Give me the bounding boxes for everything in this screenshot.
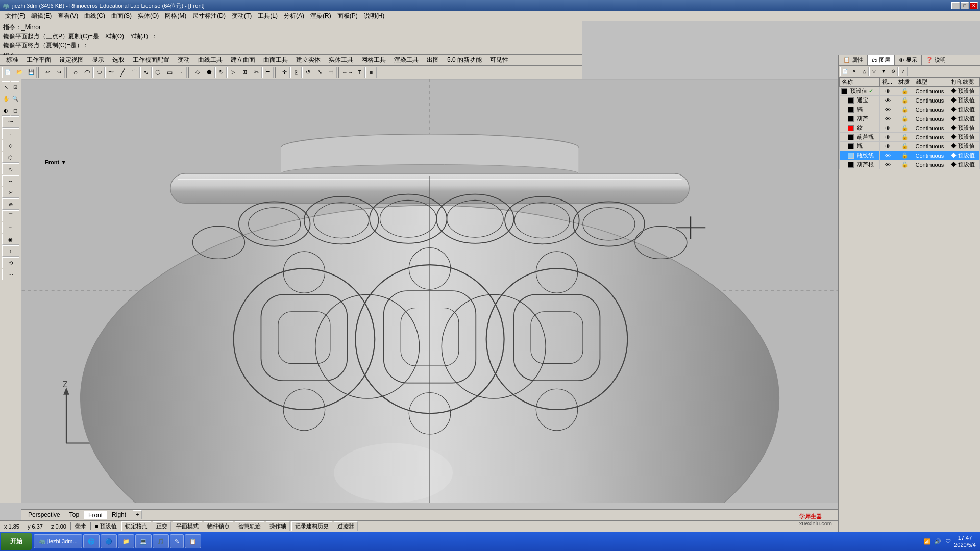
delete-layer-button[interactable]: ✕	[850, 67, 859, 76]
fillet-icon[interactable]: ⌒	[2, 210, 19, 221]
layer-vis-ping[interactable]: 👁	[879, 142, 896, 151]
maximize-button[interactable]: □	[961, 2, 969, 9]
tab-curve-tools[interactable]: 曲线工具	[194, 55, 227, 65]
tab-top[interactable]: Top	[65, 510, 84, 519]
tab-perspective[interactable]: Perspective	[23, 510, 65, 519]
layer-vis-hulupingwei[interactable]: 👁	[879, 133, 896, 142]
filter-button[interactable]: 过滤器	[334, 521, 358, 531]
layer-icon[interactable]: ≡	[2, 222, 19, 233]
tab-solid-tools[interactable]: 实体工具	[325, 55, 357, 65]
layer-row-hulu[interactable]: 葫芦 👁 🔒 Continuous ◆ 预设值	[840, 114, 980, 123]
layer-mat-tongbao[interactable]: 🔒	[896, 96, 914, 105]
undo-icon[interactable]: ↩	[42, 67, 53, 78]
tray-security[interactable]: 🛡	[944, 537, 952, 545]
menu-analysis[interactable]: 分析(A)	[281, 11, 307, 21]
tab-render-tools[interactable]: 渲染工具	[390, 55, 423, 65]
surface-icon[interactable]: ◇	[192, 67, 203, 78]
text-icon[interactable]: T	[354, 67, 365, 78]
surface-draw-icon[interactable]: ◇	[2, 140, 19, 151]
layer-row-hulupingwei[interactable]: 葫芦瓶 👁 🔒 Continuous ◆ 预设值	[840, 133, 980, 142]
menu-file[interactable]: 文件(F)	[2, 11, 28, 21]
move-icon[interactable]: ✛	[279, 67, 290, 78]
tray-network[interactable]: 📶	[923, 537, 932, 545]
polyline-icon[interactable]: ⌒	[129, 67, 140, 78]
solid-draw-icon[interactable]: ⬡	[2, 152, 19, 163]
layer-mat-zhuo[interactable]: 🔒	[896, 105, 914, 114]
layer-row-zhuo[interactable]: 镯 👁 🔒 Continuous ◆ 预设值	[840, 105, 980, 114]
dim-icon-left[interactable]: ↕	[2, 245, 19, 257]
tab-display-panel[interactable]: 👁 显示	[895, 55, 922, 65]
revolve-icon[interactable]: ↻	[215, 67, 227, 78]
tab-transform[interactable]: 变动	[174, 55, 194, 65]
minimize-button[interactable]: —	[951, 2, 960, 9]
taskbar-rhino[interactable]: 🦏 jiezhi.3dm...	[34, 534, 82, 548]
menu-render[interactable]: 渲染(R)	[307, 11, 334, 21]
line-icon[interactable]: ╱	[117, 67, 128, 78]
ellipse-icon[interactable]: ⬭	[93, 67, 105, 78]
layer-vis-default[interactable]: 👁	[879, 87, 896, 96]
hatch-icon[interactable]: ≡	[365, 67, 377, 78]
pan-icon[interactable]: ✋	[2, 93, 10, 104]
layer-row-default[interactable]: 预设值 ✓ 👁 🔒 Continuous ◆ 预设值	[840, 87, 980, 96]
start-button[interactable]: 开始	[1, 533, 32, 550]
trim-icon-left[interactable]: ✂	[2, 187, 19, 198]
help-layer-button[interactable]: ?	[898, 67, 908, 76]
curve-draw-icon[interactable]: 〜	[2, 116, 19, 128]
tab-build-solid[interactable]: 建立实体	[292, 55, 325, 65]
layer-mat-hulu[interactable]: 🔒	[896, 114, 914, 123]
layer-row-ping[interactable]: 瓶 👁 🔒 Continuous ◆ 预设值	[840, 142, 980, 151]
scale-icon[interactable]: ⤡	[314, 67, 325, 78]
curve-icon[interactable]: 〜	[105, 67, 116, 78]
tab-display[interactable]: 显示	[88, 55, 108, 65]
tab-layers[interactable]: 🗂 图层	[868, 55, 895, 65]
menu-curve[interactable]: 曲线(C)	[81, 11, 108, 21]
trim-icon[interactable]: ✂	[251, 67, 262, 78]
menu-help[interactable]: 说明(H)	[361, 11, 388, 21]
options-button[interactable]: ⚙	[889, 67, 898, 76]
add-viewport-button[interactable]: +	[133, 510, 142, 519]
new-file-icon[interactable]: 📄	[2, 67, 13, 78]
rotate-icon[interactable]: ↺	[302, 67, 313, 78]
object-snap-button[interactable]: 物件锁点	[204, 521, 233, 531]
shade-icon[interactable]: ◐	[2, 105, 10, 116]
tab-viewport-cfg[interactable]: 工作视面配置	[129, 55, 174, 65]
tab-properties[interactable]: 📋 属性	[839, 55, 868, 65]
layer-row-pingwenxian[interactable]: 瓶纹线 👁 🔒 Continuous ◆ 预设值	[840, 151, 980, 160]
menu-panel[interactable]: 面板(P)	[334, 11, 361, 21]
select-icon[interactable]: ↖	[2, 81, 10, 92]
tab-surface-tools[interactable]: 曲面工具	[259, 55, 292, 65]
render-icon[interactable]: ◉	[2, 234, 19, 245]
history-icon[interactable]: ⟲	[2, 257, 19, 268]
taskbar-media[interactable]: 🎵	[153, 534, 169, 548]
layer-mat-hulupingwei[interactable]: 🔒	[896, 133, 914, 142]
layer-vis-zhuo[interactable]: 👁	[879, 105, 896, 114]
split-icon[interactable]: ⊢	[262, 67, 274, 78]
tab-print[interactable]: 出图	[423, 55, 443, 65]
plane-mode-button[interactable]: 平面模式	[173, 521, 202, 531]
circle-icon[interactable]: ○	[70, 67, 81, 78]
polygon-icon[interactable]: ⬡	[152, 67, 163, 78]
open-file-icon[interactable]: 📂	[14, 67, 25, 78]
tab-visibility[interactable]: 可见性	[486, 55, 512, 65]
move-down-button[interactable]: ▽	[869, 67, 878, 76]
tab-setview[interactable]: 设定视图	[55, 55, 88, 65]
gumball-button[interactable]: 操作轴	[266, 521, 290, 531]
taskbar-ie[interactable]: 🌐	[83, 534, 100, 548]
wire-icon[interactable]: ◻	[11, 105, 19, 116]
tab-select[interactable]: 选取	[108, 55, 129, 65]
boolean-icon[interactable]: ⊕	[2, 198, 19, 210]
tab-workplane[interactable]: 工作平面	[22, 55, 55, 65]
dim-icon[interactable]: ←→	[342, 67, 353, 78]
menu-view[interactable]: 查看(V)	[55, 11, 81, 21]
tray-volume[interactable]: 🔊	[934, 537, 942, 545]
taskbar-app1[interactable]: 🔵	[101, 534, 117, 548]
tab-right[interactable]: Right	[107, 510, 131, 519]
save-file-icon[interactable]: 💾	[26, 67, 37, 78]
mesh-icon[interactable]: ⊞	[239, 67, 250, 78]
menu-surface[interactable]: 曲面(S)	[108, 11, 135, 21]
menu-solid[interactable]: 实体(O)	[135, 11, 162, 21]
tab-build-surface[interactable]: 建立曲面	[227, 55, 259, 65]
tab-front[interactable]: Front	[84, 511, 107, 519]
layer-table-container[interactable]: 名称 视... 材质 线型 打印线宽 预设值 ✓ 👁 🔒 Continuous	[839, 77, 980, 169]
freeform-icon[interactable]: ∿	[140, 67, 152, 78]
